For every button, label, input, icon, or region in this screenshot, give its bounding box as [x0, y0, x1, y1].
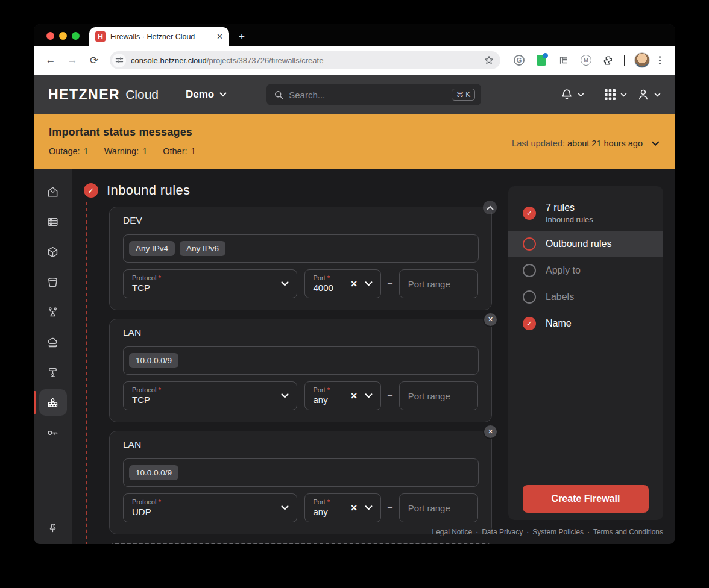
clear-port-icon[interactable]: ✕ [350, 503, 358, 513]
grammarly-extension-icon[interactable]: G [512, 54, 526, 67]
evernote-extension-icon[interactable] [535, 54, 548, 67]
port-range-field [399, 381, 478, 410]
list-extension-icon[interactable] [557, 54, 570, 67]
protocol-label: Protocol [132, 498, 156, 505]
browser-menu-icon[interactable] [659, 56, 661, 64]
sidebar-item-volumes[interactable] [34, 237, 72, 267]
footer-link-data-privacy[interactable]: Data Privacy [482, 528, 523, 536]
search-input[interactable] [289, 90, 452, 100]
source-chip[interactable]: Any IPv4 [129, 241, 175, 256]
maximize-window-button[interactable] [72, 32, 80, 40]
profile-avatar[interactable] [634, 52, 650, 68]
port-range-input[interactable] [400, 494, 477, 522]
sidebar-item-load-balancers[interactable] [34, 297, 72, 327]
rule-sources-input[interactable]: Any IPv4 Any IPv6 [123, 234, 479, 263]
sidebar-item-firewalls[interactable] [34, 387, 72, 418]
port-range-input[interactable] [400, 382, 477, 410]
port-select[interactable]: Port * 4000 ✕ [304, 269, 381, 298]
sidebar-item-images[interactable] [34, 327, 72, 357]
footer-link-legal-notice[interactable]: Legal Notice [432, 528, 472, 536]
required-mark: * [158, 498, 160, 505]
monogram-extension-icon[interactable]: M [579, 54, 593, 67]
close-window-button[interactable] [46, 32, 54, 40]
account-menu[interactable] [637, 88, 661, 101]
new-tab-button[interactable]: + [239, 31, 245, 42]
tab-close-icon[interactable]: ✕ [216, 32, 223, 41]
hetzner-favicon: H [95, 31, 106, 42]
address-bar[interactable]: console.hetzner.cloud/projects/3873726/f… [110, 51, 500, 69]
sidebar-item-home[interactable] [34, 177, 72, 207]
status-banner: Important status messages Outage:1 Warni… [34, 114, 675, 169]
main-column: ✓ Inbound rules DEV Any IPv4 Any IPv6 Pr… [72, 169, 508, 544]
side-nav [34, 169, 72, 544]
step-apply-to[interactable]: Apply to [508, 257, 663, 284]
step-outbound-rules[interactable]: Outbound rules [508, 231, 663, 257]
minimize-window-button[interactable] [59, 32, 67, 40]
footer-separator: · [476, 528, 478, 536]
sidebar-item-storage[interactable] [34, 267, 72, 297]
step-check-icon: ✓ [523, 207, 536, 220]
rule-description-input[interactable]: LAN [123, 439, 141, 452]
sidebar-item-ssh-keys[interactable] [34, 418, 72, 448]
outage-count: 1 [84, 146, 89, 156]
footer-link-terms[interactable]: Terms and Conditions [593, 528, 663, 536]
sidebar-item-networks[interactable] [34, 357, 72, 387]
source-chip[interactable]: 10.0.0.0/9 [129, 465, 178, 480]
add-rule-dropzone[interactable] [109, 543, 492, 544]
footer-link-system-policies[interactable]: System Policies [532, 528, 584, 536]
banner-expand[interactable]: Last updated: about 21 hours ago [512, 139, 660, 148]
step-labels[interactable]: Labels [508, 284, 663, 310]
back-button[interactable]: ← [42, 52, 59, 69]
step-title: Labels [546, 292, 574, 302]
create-firewall-button[interactable]: Create Firewall [523, 485, 649, 513]
collapse-rule-button[interactable] [483, 201, 497, 214]
step-name[interactable]: ✓ Name [508, 310, 663, 337]
source-chip[interactable]: 10.0.0.0/9 [129, 353, 178, 368]
global-search[interactable]: ⌘ K [266, 84, 481, 105]
notifications-menu[interactable] [560, 88, 584, 101]
port-select[interactable]: Port * any ✕ [304, 493, 381, 522]
clear-port-icon[interactable]: ✕ [350, 391, 358, 401]
protocol-select[interactable]: Protocol * UDP [123, 493, 297, 522]
reload-button[interactable]: ⟳ [86, 52, 102, 69]
protocol-value: TCP [132, 283, 288, 293]
apps-menu[interactable] [604, 89, 627, 101]
rule-sources-input[interactable]: 10.0.0.0/9 [123, 346, 479, 375]
clear-port-icon[interactable]: ✕ [350, 279, 358, 289]
protocol-select[interactable]: Protocol * TCP [123, 269, 297, 298]
step-check-icon: ✓ [523, 317, 536, 330]
protocol-label: Protocol [132, 386, 156, 393]
pin-sidebar-button[interactable] [47, 511, 58, 544]
step-title: 7 rules [546, 202, 593, 213]
port-select[interactable]: Port * any ✕ [304, 381, 381, 410]
rule-description-input[interactable]: DEV [123, 215, 142, 228]
forward-button[interactable]: → [64, 52, 81, 69]
footer-separator: · [587, 528, 590, 536]
site-info-icon[interactable] [112, 54, 126, 67]
step-inbound-rules[interactable]: ✓ 7 rules Inbound rules [508, 196, 663, 231]
step-radio-icon [523, 264, 536, 277]
bucket-icon [46, 276, 59, 289]
extensions-puzzle-icon[interactable] [602, 54, 615, 67]
required-mark: * [158, 274, 160, 281]
browser-tab[interactable]: H Firewalls · Hetzner Cloud ✕ [89, 27, 229, 46]
step-radio-icon [523, 237, 536, 251]
sidebar-item-servers[interactable] [34, 207, 72, 237]
bookmark-star-icon[interactable] [484, 55, 494, 66]
protocol-select[interactable]: Protocol * TCP [123, 381, 297, 410]
rule-description-input[interactable]: LAN [123, 327, 141, 340]
port-range-field [399, 493, 478, 522]
project-switcher[interactable]: Demo [186, 89, 227, 101]
remove-rule-button[interactable]: ✕ [484, 313, 497, 326]
hetzner-logo[interactable]: HETZNER [48, 87, 120, 103]
rule-sources-input[interactable]: 10.0.0.0/9 [123, 458, 479, 487]
port-range-dash: – [381, 502, 399, 513]
project-name: Demo [186, 89, 214, 101]
source-chip[interactable]: Any IPv6 [180, 241, 225, 256]
browser-toolbar: ← → ⟳ console.hetzner.cloud/projects/387… [34, 46, 675, 75]
wizard-steps-panel: ✓ 7 rules Inbound rules Outbound rules A… [508, 186, 663, 520]
remove-rule-button[interactable]: ✕ [484, 425, 497, 438]
chevron-down-icon [281, 281, 289, 287]
header-divider [594, 84, 594, 105]
port-range-input[interactable] [400, 270, 477, 298]
